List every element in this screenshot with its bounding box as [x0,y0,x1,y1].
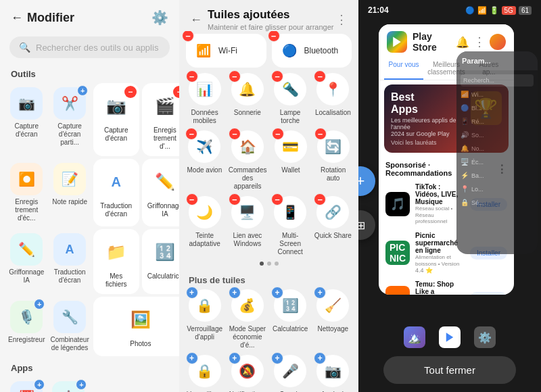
settings-card[interactable]: Param... Recherch... 📶Wi... 🔵Bl... 📱Ré..… [456,51,538,254]
list-item[interactable]: + 🔒 Verrouillage de l'écran [186,355,223,392]
back-button[interactable]: ← Modifier [11,11,74,25]
enreg-icon: ⏺️ [10,163,43,195]
status-bar: 21:04 🔵 📶 🔋 5G 61 [358,0,541,18]
list-item[interactable]: ✏️ Griffonnage IA [142,159,179,226]
tab-pour-vous[interactable]: Pour vous [384,57,423,80]
list-item[interactable]: 📁 Mes fichiers [93,229,139,294]
remove-button[interactable]: − [314,193,326,205]
remove-button[interactable]: − [271,70,283,82]
list-item[interactable]: − 🌙 Teinte adaptative [186,196,223,256]
list-item[interactable]: − 🔦 Lampe torche [272,73,309,125]
tool-label: Mes fichiers [99,272,134,289]
tool-label: Enregis trement d'éc... [8,198,45,222]
remove-button[interactable]: − [314,128,327,140]
teinte-icon: − 🌙 [189,196,221,228]
search-bar[interactable]: 🔍 Rechercher des outils ou applis [9,36,170,58]
list-item[interactable]: ✂️+ Capture d'écran parti... [49,83,90,156]
tile-label: Teinte adaptative [186,232,223,248]
settings-icon[interactable]: ⚙️ [151,9,168,26]
remove-button[interactable]: − [229,128,241,140]
small-tiles-row1: − 📊 Données mobiles − 🔔 Sonnerie − 🔦 Lam… [186,73,352,125]
list-item[interactable]: + 🔢 Calculatrice [272,289,309,349]
dot2 [267,262,271,266]
list-item[interactable]: ⏺️ Enregis trement d'éc... [7,159,46,226]
remove-button[interactable]: − [186,193,198,205]
table-row[interactable]: TEMU Temu: Shop Like a Billionaire Shopp… [379,277,514,295]
minus-badge: − [124,86,137,98]
list-item[interactable]: + 📷 Accès à l'appareil photo [314,355,352,392]
list-item[interactable]: − 🔄 Rotation auto [314,130,352,191]
list-item[interactable]: + 🔕 Notifications silencieuses [229,355,266,392]
list-item[interactable]: − ✈️ Mode avion [186,130,223,191]
tile-label: Sonnerie [234,109,261,117]
settings-row: ⚡Ba... [461,170,534,181]
list-item[interactable]: 🔢 Calculatrice [142,229,179,294]
playstore-title: Play Store [413,31,456,53]
more-options-icon[interactable]: ⋮ [335,12,348,27]
fab-grid-button[interactable]: ⊞ [358,210,375,240]
list-item[interactable]: − 📱 Multi-Screen Connect [272,196,309,256]
install-button[interactable]: Installer [470,292,507,295]
list-item[interactable]: − 📊 Données mobiles [186,73,223,125]
list-item[interactable]: − 📷 Capture d'écran [93,83,139,156]
quickshare-icon: − 🔗 [316,196,349,228]
tool-label: Traduction d'écran [50,268,89,285]
settings-row: 📶Wi... [461,89,534,100]
remove-wifi-button[interactable]: − [182,31,194,42]
remove-button[interactable]: − [229,70,241,82]
remove-button[interactable]: − [314,70,326,82]
tile-label: Lampe torche [272,109,309,125]
fab-add-button[interactable]: + [358,166,375,196]
tile-label: Calculatrice [273,325,308,333]
panel1-header: ← Modifier ⚙️ [0,0,179,32]
list-item[interactable]: + 🔒 Verrouillage d'appli [186,289,223,349]
playstore-app-icon[interactable] [439,326,461,348]
temu-icon: TEMU [385,286,410,295]
plus-badge: + [76,379,87,390]
mountain-app-icon[interactable]: 🏔️ [404,326,425,348]
list-item[interactable]: − 🏠 Commandes des appareils [229,130,267,191]
settings-row: 🔒Sé... [461,197,534,208]
list-item[interactable]: 🖼️ Photos [93,297,179,356]
list-item[interactable]: ✏️ Griffonnage IA [7,229,46,294]
list-item[interactable]: + 🎤 Google Assistant [272,355,309,392]
settings-app-icon[interactable]: ⚙️ [474,326,496,348]
list-item[interactable]: 🎙️+ Enregistreur [7,297,46,356]
remove-button[interactable]: − [186,70,198,82]
list-item[interactable]: − 🔗 Quick Share [314,196,352,256]
list-item[interactable]: − 💳 Wallet [272,130,309,191]
list-item[interactable]: 📝 Note rapide [49,159,90,226]
bluetooth-tile[interactable]: − 🔵 Bluetooth [272,34,352,68]
list-item[interactable]: + 🧹 Nettoyage [314,289,352,349]
enregistreur-icon: 🎙️+ [10,301,43,333]
remove-button[interactable]: − [229,193,241,205]
panel2-back-icon[interactable]: ← [190,13,202,27]
tool-label: Griffonnage IA [8,268,45,285]
recent-apps-panel: 21:04 🔵 📶 🔋 5G 61 Play Store 🔔 ⋮ [358,0,541,392]
list-item[interactable]: − 🔔 Sonnerie [229,73,266,125]
list-item[interactable]: − 🖥️ Lien avec Windows [229,196,266,256]
list-item[interactable]: A Traduction d'écran [93,159,139,226]
list-item[interactable]: 📅+ Agenda [7,377,46,392]
remove-button[interactable]: − [271,193,283,205]
list-item[interactable]: 🔧 Combinateur de légendes [49,297,90,356]
wifi-tile[interactable]: − 📶 Wi-Fi [186,34,266,68]
list-item[interactable]: 📷 Capture d'écran [7,83,46,156]
list-item[interactable]: 🤖+ AI Studio [49,377,88,392]
remove-button[interactable]: − [272,128,284,140]
add-badge: + [229,287,241,299]
tool-label: Note rapide [52,198,87,206]
bottom-app-icons: 🏔️ ⚙️ [404,326,496,348]
list-item[interactable]: A Traduction d'écran [49,229,90,294]
list-item[interactable]: − 🎬 Enregis trement d'... [142,83,179,156]
list-item[interactable]: − 📍 Localisation [314,73,352,125]
close-all-button[interactable]: Tout fermer [383,356,516,384]
bell-icon[interactable]: 🔔 [456,36,469,49]
ps-avatar[interactable] [490,34,506,50]
rotation-icon: − 🔄 [317,130,350,163]
remove-bt-button[interactable]: − [268,31,280,42]
ps-more-icon[interactable]: ⋮ [473,34,486,49]
list-item[interactable]: + 💰 Mode Super économie d'é... [229,289,266,349]
plus-badge: + [77,85,88,96]
remove-button[interactable]: − [185,128,197,140]
